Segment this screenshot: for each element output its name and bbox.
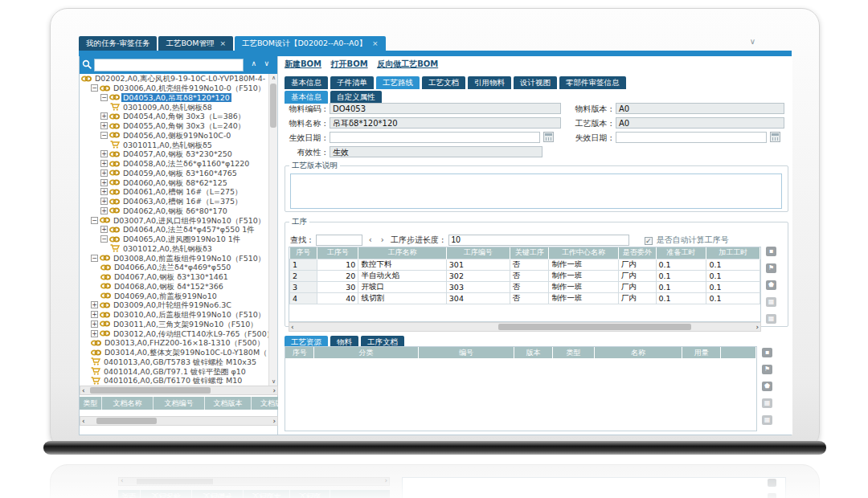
window-tab-3[interactable]: 工艺BOM设计【D02002--A0--A0】× [235,36,386,51]
grid-icon[interactable]: ▦ [766,297,776,307]
process-header-cell[interactable]: 是否委外 [618,247,656,259]
process-header-cell[interactable]: 序号 [290,247,317,259]
expand-toggle-icon[interactable]: + [100,198,108,205]
scrollbar-thumb[interactable] [96,418,157,424]
window-tab-1[interactable]: 我的任务-审签任务 [79,36,157,51]
main-tab-4[interactable]: 工艺文档 [422,76,465,89]
scroll-down-icon[interactable]: ∨ [269,378,278,385]
open-bom-link[interactable]: 打开BOM [331,59,368,68]
auto-calc-checkbox[interactable]: ✓ [645,237,653,245]
tree-item[interactable]: −D03006,A0,机壳组件919No10-0（F510） [80,84,269,93]
save-icon[interactable]: ▪ [762,348,772,357]
resource-header-cell[interactable]: 分类 [314,347,418,358]
tree-item[interactable]: D04068,A0,钢板 δ4*152*366 [80,282,269,292]
window-tab-2[interactable]: 工艺BOM管理× [158,36,233,51]
tree-item[interactable]: 0401016,A0,GB/T6170 镀锌螺母 M10 [80,376,269,386]
tree-item[interactable]: D03013,A0,FHZ200-16×18-1310（F500） [80,338,269,348]
process-header-cell[interactable]: 工作中心名称 [549,247,618,259]
tree-item[interactable]: 0401013,A0,GB/T5783 镀锌螺栓 M10x35 [80,357,269,367]
tree-item[interactable]: +D04057,A0,钢板 δ3*230*250 [80,149,269,159]
collapse-toggle-icon[interactable]: − [100,94,108,101]
process-header-cell[interactable]: 准备工时 [656,247,706,259]
tree-item[interactable]: +D04059,A0,钢板 δ3*160*4765 [80,169,269,178]
prev-step-icon[interactable]: ‹ [369,235,372,244]
tree-vertical-scrollbar[interactable]: ∧ ∨ [268,74,277,386]
tree-item[interactable]: +D04055,A0,角钢 30x3（L=240） [80,121,269,131]
tree-item[interactable]: 0301009,A0,热轧钢板δ8 [80,102,269,112]
scrollbar-thumb[interactable] [90,387,211,394]
document-table-scrollbar[interactable]: ‹ › [80,416,278,426]
next-step-icon[interactable]: › [381,235,384,244]
tag-icon[interactable]: ⬟ [766,280,776,290]
resource-header-cell[interactable]: 用量 [682,347,721,358]
print-icon[interactable]: ⚑ [762,365,772,374]
expand-toggle-icon[interactable]: + [100,160,108,167]
process-header-cell[interactable]: 关键工序 [510,247,549,259]
tree-item[interactable]: −D04053,A0,吊耳δ8*120*120 [80,93,269,103]
tree-item[interactable]: +D04061,A0,槽钢 16#（L=275） [80,187,269,197]
collapse-toggle-icon[interactable]: − [91,84,98,92]
tree-item[interactable]: D04066,A0,法兰δ4*φ469*φ550 [80,263,269,272]
resource-header-cell[interactable]: 编号 [418,347,514,358]
chevron-down-icon[interactable]: ∨ [750,37,755,46]
save-icon[interactable]: ▪ [766,247,776,256]
expand-toggle-icon[interactable]: + [91,330,98,337]
grid-icon[interactable]: ▦ [762,398,772,408]
print-icon[interactable]: ⚑ [766,263,776,273]
scroll-up-icon[interactable]: ∧ [269,75,278,81]
process-row[interactable]: 440线切割304否制作一班厂内0.10.1 [290,292,760,304]
main-tab-7[interactable]: 零部件审签信息 [559,76,626,89]
tree-item[interactable]: D04067,A0,钢板 δ3*130*1461 [80,272,269,282]
tree-item[interactable]: 0301011,A0,热轧钢板δ5 [80,140,269,149]
form-field[interactable] [616,132,767,143]
scrollbar-thumb[interactable] [498,324,691,330]
scrollbar-thumb[interactable] [270,84,276,128]
find-input[interactable] [316,235,362,246]
calendar-icon[interactable] [770,132,780,142]
process-header-cell[interactable]: 加工工时 [706,247,760,259]
scroll-left-icon[interactable]: ‹ [291,323,294,332]
scroll-left-icon[interactable]: ‹ [82,386,85,395]
tree-item[interactable]: +D04054,A0,角钢 30x3（L=386） [80,112,269,121]
expand-toggle-icon[interactable]: + [100,122,108,129]
tree-item[interactable]: +D04063,A0,槽钢 16#（L=375） [80,197,269,206]
scroll-right-icon[interactable]: › [272,417,276,426]
expand-toggle-icon[interactable]: + [100,188,108,195]
search-prev-icon[interactable]: ∧ [251,59,256,67]
new-bom-link[interactable]: 新建BOM [285,59,321,68]
collapse-toggle-icon[interactable]: − [100,235,108,243]
close-icon[interactable]: × [219,39,226,47]
grid-icon[interactable]: ▦ [762,415,772,425]
search-next-icon[interactable]: ∨ [264,59,269,67]
tree-item[interactable]: −D04056,A0,侧板919No10C-0 [80,131,269,141]
tree-item[interactable]: +D03009,A0,叶轮组件919No6.3C [80,300,269,310]
expand-toggle-icon[interactable]: + [91,301,98,308]
process-header-cell[interactable]: 工序编号 [446,247,510,259]
tree-item[interactable]: 0401014,A0,GB/T97.1 镀锌平垫圈 φ10 [80,366,269,376]
scroll-right-icon[interactable]: › [272,386,276,395]
tree-item[interactable]: +D04062,A0,钢板 δ6*80*170 [80,206,269,216]
tree-item[interactable]: +D04064,A0,法兰δ4*φ457*φ550 1件 [80,225,269,235]
tree-item[interactable]: D03014,A0,整体支架919No10C-L0-Y180M（ [80,348,269,357]
form-field[interactable] [330,132,540,143]
expand-toggle-icon[interactable]: + [100,150,108,157]
search-input[interactable] [94,59,244,71]
process-row[interactable]: 110数控下料301否制作一班厂内0.10.1 [290,259,760,270]
resource-header-cell[interactable]: 名称 [594,347,682,358]
tree-item[interactable]: −D03008,A0,前盖板组件919No10（F510） [80,253,269,263]
step-length-input[interactable] [448,235,629,246]
collapse-toggle-icon[interactable]: − [91,255,98,262]
resource-header-cell[interactable]: 版本 [514,347,553,358]
tree-item[interactable]: +D03011,A0,三角支架919No10（F510） [80,320,269,329]
reverse-process-bom-link[interactable]: 反向做工艺BOM [377,59,438,68]
expand-toggle-icon[interactable]: + [100,179,108,186]
sub-tab-1[interactable]: 基本信息 [285,91,328,104]
resource-header-cell[interactable]: 序号 [285,347,314,358]
scroll-left-icon[interactable]: ‹ [82,417,85,426]
tree-item[interactable]: −D04065,A0,进风圈919No10 1件 [80,235,269,244]
resource-header-cell[interactable] [721,347,756,358]
tree-horizontal-scrollbar[interactable]: ‹ › [80,386,278,395]
expand-toggle-icon[interactable]: + [100,226,108,233]
grid-icon[interactable]: ▦ [766,314,776,324]
process-header-cell[interactable]: 工序名称 [358,247,446,259]
